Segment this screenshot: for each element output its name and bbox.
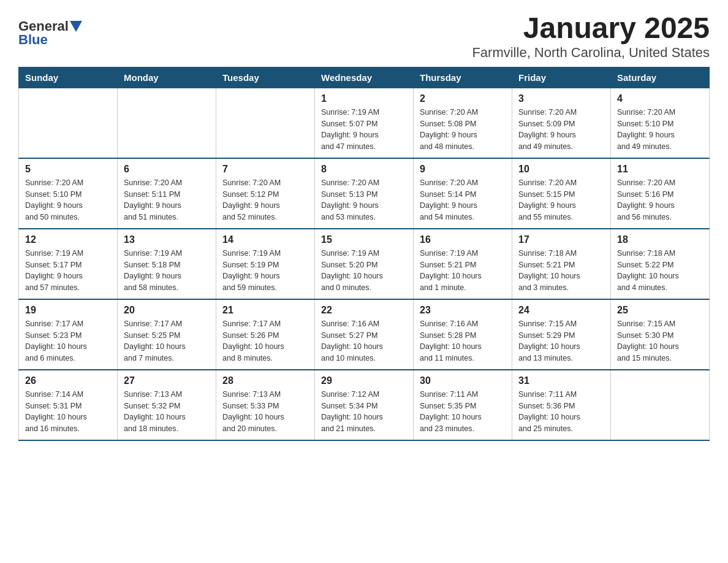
calendar-table: Sunday Monday Tuesday Wednesday Thursday…: [18, 67, 710, 441]
calendar-cell: 18Sunrise: 7:18 AM Sunset: 5:22 PM Dayli…: [611, 229, 710, 299]
logo-blue: Blue: [18, 32, 48, 48]
calendar-cell: 4Sunrise: 7:20 AM Sunset: 5:10 PM Daylig…: [611, 88, 710, 158]
calendar-cell: 2Sunrise: 7:20 AM Sunset: 5:08 PM Daylig…: [414, 88, 512, 158]
day-number: 29: [321, 375, 407, 386]
day-number: 22: [321, 305, 407, 316]
day-number: 21: [222, 305, 308, 316]
calendar-cell: 11Sunrise: 7:20 AM Sunset: 5:16 PM Dayli…: [611, 158, 710, 229]
calendar-cell: 22Sunrise: 7:16 AM Sunset: 5:27 PM Dayli…: [315, 299, 414, 370]
calendar-cell: 10Sunrise: 7:20 AM Sunset: 5:15 PM Dayli…: [512, 158, 611, 229]
col-header-wednesday: Wednesday: [315, 67, 414, 88]
calendar-cell: [611, 370, 710, 440]
calendar-cell: 7Sunrise: 7:20 AM Sunset: 5:12 PM Daylig…: [216, 158, 315, 229]
col-header-saturday: Saturday: [611, 67, 710, 88]
page-subtitle: Farmville, North Carolina, United States: [472, 45, 710, 61]
day-number: 14: [222, 234, 308, 245]
col-header-thursday: Thursday: [414, 67, 512, 88]
calendar-week-row-3: 12Sunrise: 7:19 AM Sunset: 5:17 PM Dayli…: [19, 229, 710, 299]
day-info: Sunrise: 7:13 AM Sunset: 5:32 PM Dayligh…: [124, 389, 210, 435]
day-number: 3: [518, 93, 604, 104]
logo: General Blue: [18, 18, 82, 48]
col-header-friday: Friday: [512, 67, 611, 88]
day-number: 23: [420, 305, 506, 316]
calendar-cell: 13Sunrise: 7:19 AM Sunset: 5:18 PM Dayli…: [118, 229, 216, 299]
day-info: Sunrise: 7:20 AM Sunset: 5:16 PM Dayligh…: [617, 177, 703, 223]
day-info: Sunrise: 7:14 AM Sunset: 5:31 PM Dayligh…: [25, 389, 111, 435]
day-number: 31: [518, 375, 604, 386]
day-info: Sunrise: 7:20 AM Sunset: 5:08 PM Dayligh…: [420, 107, 506, 153]
day-info: Sunrise: 7:18 AM Sunset: 5:22 PM Dayligh…: [617, 248, 703, 294]
calendar-cell: 20Sunrise: 7:17 AM Sunset: 5:25 PM Dayli…: [118, 299, 216, 370]
page-header: General Blue January 2025 Farmville, Nor…: [18, 12, 710, 61]
day-number: 18: [617, 234, 703, 245]
day-number: 24: [518, 305, 604, 316]
calendar-cell: 5Sunrise: 7:20 AM Sunset: 5:10 PM Daylig…: [19, 158, 118, 229]
calendar-week-row-1: 1Sunrise: 7:19 AM Sunset: 5:07 PM Daylig…: [19, 88, 710, 158]
calendar-cell: 31Sunrise: 7:11 AM Sunset: 5:36 PM Dayli…: [512, 370, 611, 440]
day-info: Sunrise: 7:16 AM Sunset: 5:27 PM Dayligh…: [321, 318, 407, 364]
day-number: 2: [420, 93, 506, 104]
day-number: 9: [420, 164, 506, 175]
day-number: 8: [321, 164, 407, 175]
day-info: Sunrise: 7:15 AM Sunset: 5:29 PM Dayligh…: [518, 318, 604, 364]
calendar-cell: 12Sunrise: 7:19 AM Sunset: 5:17 PM Dayli…: [19, 229, 118, 299]
day-info: Sunrise: 7:20 AM Sunset: 5:10 PM Dayligh…: [25, 177, 111, 223]
calendar-cell: 19Sunrise: 7:17 AM Sunset: 5:23 PM Dayli…: [19, 299, 118, 370]
col-header-tuesday: Tuesday: [216, 67, 315, 88]
day-number: 16: [420, 234, 506, 245]
day-info: Sunrise: 7:19 AM Sunset: 5:19 PM Dayligh…: [222, 248, 308, 294]
day-number: 13: [124, 234, 210, 245]
calendar-cell: 24Sunrise: 7:15 AM Sunset: 5:29 PM Dayli…: [512, 299, 611, 370]
calendar-cell: 23Sunrise: 7:16 AM Sunset: 5:28 PM Dayli…: [414, 299, 512, 370]
calendar-cell: 21Sunrise: 7:17 AM Sunset: 5:26 PM Dayli…: [216, 299, 315, 370]
day-number: 5: [25, 164, 111, 175]
calendar-cell: [19, 88, 118, 158]
calendar-cell: 9Sunrise: 7:20 AM Sunset: 5:14 PM Daylig…: [414, 158, 512, 229]
day-number: 19: [25, 305, 111, 316]
calendar-cell: 16Sunrise: 7:19 AM Sunset: 5:21 PM Dayli…: [414, 229, 512, 299]
col-header-sunday: Sunday: [19, 67, 118, 88]
day-info: Sunrise: 7:19 AM Sunset: 5:21 PM Dayligh…: [420, 248, 506, 294]
calendar-cell: 1Sunrise: 7:19 AM Sunset: 5:07 PM Daylig…: [315, 88, 414, 158]
calendar-cell: [216, 88, 315, 158]
day-number: 30: [420, 375, 506, 386]
col-header-monday: Monday: [118, 67, 216, 88]
day-info: Sunrise: 7:13 AM Sunset: 5:33 PM Dayligh…: [222, 389, 308, 435]
day-info: Sunrise: 7:20 AM Sunset: 5:12 PM Dayligh…: [222, 177, 308, 223]
day-number: 7: [222, 164, 308, 175]
calendar-cell: 6Sunrise: 7:20 AM Sunset: 5:11 PM Daylig…: [118, 158, 216, 229]
day-number: 15: [321, 234, 407, 245]
calendar-cell: 3Sunrise: 7:20 AM Sunset: 5:09 PM Daylig…: [512, 88, 611, 158]
logo-triangle-icon: [70, 21, 82, 33]
day-number: 28: [222, 375, 308, 386]
day-info: Sunrise: 7:19 AM Sunset: 5:17 PM Dayligh…: [25, 248, 111, 294]
calendar-cell: 25Sunrise: 7:15 AM Sunset: 5:30 PM Dayli…: [611, 299, 710, 370]
page-title: January 2025: [472, 12, 710, 45]
calendar-cell: 14Sunrise: 7:19 AM Sunset: 5:19 PM Dayli…: [216, 229, 315, 299]
day-info: Sunrise: 7:20 AM Sunset: 5:11 PM Dayligh…: [124, 177, 210, 223]
calendar-week-row-2: 5Sunrise: 7:20 AM Sunset: 5:10 PM Daylig…: [19, 158, 710, 229]
day-info: Sunrise: 7:11 AM Sunset: 5:35 PM Dayligh…: [420, 389, 506, 435]
calendar-cell: [118, 88, 216, 158]
day-info: Sunrise: 7:20 AM Sunset: 5:14 PM Dayligh…: [420, 177, 506, 223]
day-number: 6: [124, 164, 210, 175]
calendar-cell: 8Sunrise: 7:20 AM Sunset: 5:13 PM Daylig…: [315, 158, 414, 229]
day-info: Sunrise: 7:12 AM Sunset: 5:34 PM Dayligh…: [321, 389, 407, 435]
day-number: 25: [617, 305, 703, 316]
calendar-cell: 30Sunrise: 7:11 AM Sunset: 5:35 PM Dayli…: [414, 370, 512, 440]
day-number: 4: [617, 93, 703, 104]
day-info: Sunrise: 7:17 AM Sunset: 5:25 PM Dayligh…: [124, 318, 210, 364]
calendar-cell: 27Sunrise: 7:13 AM Sunset: 5:32 PM Dayli…: [118, 370, 216, 440]
calendar-week-row-4: 19Sunrise: 7:17 AM Sunset: 5:23 PM Dayli…: [19, 299, 710, 370]
day-info: Sunrise: 7:19 AM Sunset: 5:18 PM Dayligh…: [124, 248, 210, 294]
calendar-cell: 29Sunrise: 7:12 AM Sunset: 5:34 PM Dayli…: [315, 370, 414, 440]
day-info: Sunrise: 7:17 AM Sunset: 5:23 PM Dayligh…: [25, 318, 111, 364]
day-number: 17: [518, 234, 604, 245]
day-info: Sunrise: 7:19 AM Sunset: 5:07 PM Dayligh…: [321, 107, 407, 153]
day-number: 20: [124, 305, 210, 316]
day-info: Sunrise: 7:17 AM Sunset: 5:26 PM Dayligh…: [222, 318, 308, 364]
day-info: Sunrise: 7:20 AM Sunset: 5:13 PM Dayligh…: [321, 177, 407, 223]
svg-marker-0: [70, 21, 82, 32]
day-info: Sunrise: 7:20 AM Sunset: 5:09 PM Dayligh…: [518, 107, 604, 153]
day-number: 26: [25, 375, 111, 386]
